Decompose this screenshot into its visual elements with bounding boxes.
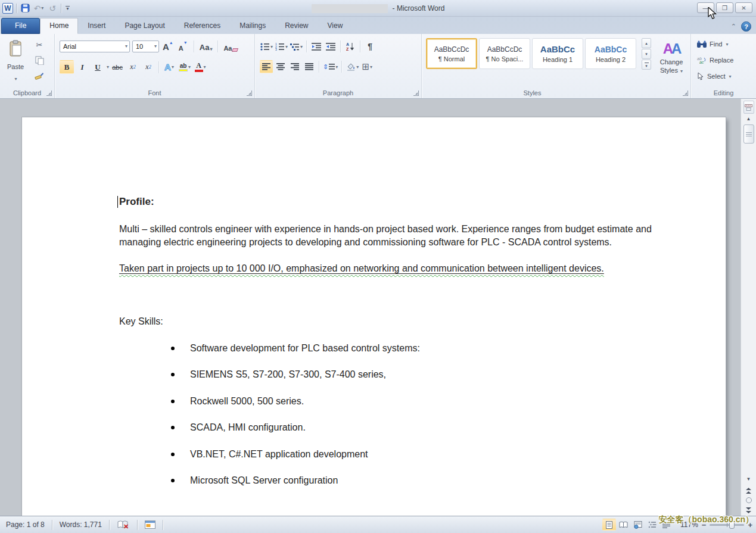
scroll-up-button[interactable]: ▲	[743, 114, 754, 123]
underline-button[interactable]: U	[91, 60, 105, 74]
style-no-spacing[interactable]: AaBbCcDc ¶ No Spaci...	[479, 38, 530, 69]
paragraph-dialog-launcher[interactable]	[413, 91, 419, 96]
tab-view[interactable]: View	[318, 18, 353, 34]
change-case-button[interactable]: Aa▾	[198, 40, 214, 52]
sort-button[interactable]: AZ	[344, 40, 357, 53]
ruler-toggle-button[interactable]	[743, 101, 754, 114]
previous-page-button[interactable]	[743, 486, 754, 495]
align-left-button[interactable]	[260, 60, 273, 73]
tab-file[interactable]: File	[1, 18, 40, 34]
justify-button[interactable]	[303, 60, 316, 73]
close-button[interactable]: ✕	[735, 2, 752, 13]
font-size-combobox[interactable]: 10 ▾	[132, 40, 159, 52]
tab-mailings[interactable]: Mailings	[230, 18, 275, 34]
bold-button[interactable]: B	[60, 60, 74, 74]
grow-font-button[interactable]: A▲	[161, 40, 175, 52]
format-painter-button[interactable]	[32, 70, 46, 82]
tab-references[interactable]: References	[175, 18, 230, 34]
subscript-button[interactable]: x2	[126, 60, 140, 74]
line-spacing-button[interactable]: ⇕ ▾	[322, 60, 338, 73]
text-highlight-button[interactable]: ab▾	[178, 60, 192, 74]
document-page[interactable]: Profile: Multi – skilled controls engine…	[22, 117, 726, 516]
binoculars-icon	[697, 40, 707, 48]
zoom-slider[interactable]	[710, 524, 744, 526]
increase-indent-button[interactable]	[324, 40, 337, 53]
tab-page-layout[interactable]: Page Layout	[115, 18, 174, 34]
clear-formatting-button[interactable]: Aa	[222, 40, 239, 52]
scrollbar-thumb[interactable]	[743, 124, 754, 144]
divider	[61, 4, 61, 13]
paste-label: Paste	[7, 63, 24, 70]
outline-view-button[interactable]	[645, 519, 659, 531]
styles-dialog-launcher[interactable]	[683, 91, 688, 96]
minimize-button[interactable]: —	[697, 2, 714, 13]
group-styles: AaBbCcDc ¶ Normal AaBbCcDc ¶ No Spaci...…	[422, 34, 691, 98]
font-color-button[interactable]: A▾	[193, 60, 207, 74]
style-heading2[interactable]: AaBbCc Heading 2	[585, 38, 636, 69]
numbering-button[interactable]: 123 ▾	[275, 40, 288, 53]
shrink-font-button[interactable]: A▼	[177, 40, 189, 52]
change-styles-button[interactable]: AA Change Styles ▾	[654, 38, 689, 92]
cut-button[interactable]: ✂	[32, 39, 46, 51]
decrease-indent-button[interactable]	[310, 40, 323, 53]
language-button[interactable]	[142, 520, 158, 529]
shading-button[interactable]: ▾	[345, 60, 359, 73]
style-normal[interactable]: AaBbCcDc ¶ Normal	[426, 38, 477, 69]
align-center-button[interactable]	[274, 60, 287, 73]
chevron-down-icon[interactable]: ▾	[41, 5, 43, 11]
draft-view-button[interactable]	[659, 519, 673, 531]
styles-more-button[interactable]: ▾	[642, 60, 651, 70]
word-count[interactable]: Words: 1,771	[57, 520, 104, 529]
tab-review[interactable]: Review	[275, 18, 318, 34]
show-hide-marks-button[interactable]: ¶	[363, 40, 377, 53]
find-button[interactable]: Find ▾	[697, 38, 728, 50]
chevron-down-icon[interactable]: ▾	[14, 76, 17, 82]
word-app-icon[interactable]: W	[2, 3, 13, 14]
multilevel-list-button[interactable]: ▾	[290, 40, 303, 53]
vertical-scrollbar[interactable]: ▲ ▼	[741, 99, 756, 516]
styles-scroll-up-button[interactable]: ▴	[642, 38, 651, 48]
fullscreen-reading-view-button[interactable]	[617, 519, 630, 531]
proofing-errors-button[interactable]: ✕	[114, 520, 132, 530]
font-dialog-launcher[interactable]	[247, 91, 252, 96]
borders-button[interactable]: ⊞▾	[360, 60, 374, 73]
web-layout-view-button[interactable]	[631, 519, 645, 531]
style-heading1[interactable]: AaBbCc Heading 1	[532, 38, 583, 69]
paste-button[interactable]: Paste ▾	[4, 39, 27, 83]
title-bar: W ↶▾ ↺ ▾ - Microsoft Word — ❐ ✕	[0, 0, 756, 17]
select-button[interactable]: Select ▾	[697, 70, 732, 82]
web-layout-icon	[634, 521, 642, 529]
strikethrough-button[interactable]: abc	[110, 60, 125, 74]
text-effects-button[interactable]: A▾	[162, 60, 176, 74]
select-browse-object-button[interactable]	[746, 497, 752, 503]
chevron-down-icon[interactable]: ▾	[107, 64, 109, 70]
clipboard-dialog-launcher[interactable]	[46, 91, 52, 96]
scroll-down-button[interactable]: ▼	[743, 474, 754, 484]
zoom-slider-thumb[interactable]	[729, 521, 735, 529]
tab-insert[interactable]: Insert	[78, 18, 115, 34]
next-page-button[interactable]	[743, 506, 754, 515]
zoom-out-button[interactable]: −	[702, 520, 707, 529]
replace-button[interactable]: abac Replace	[697, 54, 733, 66]
page-indicator[interactable]: Page: 1 of 8	[4, 520, 47, 529]
zoom-level[interactable]: 117%	[680, 520, 698, 529]
restore-button[interactable]: ❐	[716, 2, 733, 13]
bullets-button[interactable]: ▾	[260, 40, 273, 53]
italic-button[interactable]: I	[75, 60, 89, 74]
copy-button[interactable]	[32, 54, 46, 66]
superscript-button[interactable]: x2	[141, 60, 155, 74]
collapse-ribbon-icon[interactable]: ⌃	[731, 23, 736, 30]
styles-group-label: Styles	[422, 89, 643, 96]
undo-button[interactable]: ↶▾	[33, 3, 44, 14]
align-right-button[interactable]	[288, 60, 301, 73]
print-layout-view-button[interactable]	[602, 519, 616, 531]
save-icon[interactable]	[20, 3, 30, 14]
document-content[interactable]: Profile: Multi – skilled controls engine…	[119, 195, 665, 501]
font-family-combobox[interactable]: Arial ▾	[60, 40, 130, 52]
styles-scroll-down-button[interactable]: ▾	[642, 49, 651, 59]
customize-qat-button[interactable]: ▾	[64, 5, 71, 11]
help-button[interactable]: ?	[741, 21, 751, 32]
tab-home[interactable]: Home	[40, 18, 78, 34]
zoom-in-button[interactable]: +	[748, 520, 752, 529]
redo-button[interactable]: ↺	[47, 3, 58, 14]
